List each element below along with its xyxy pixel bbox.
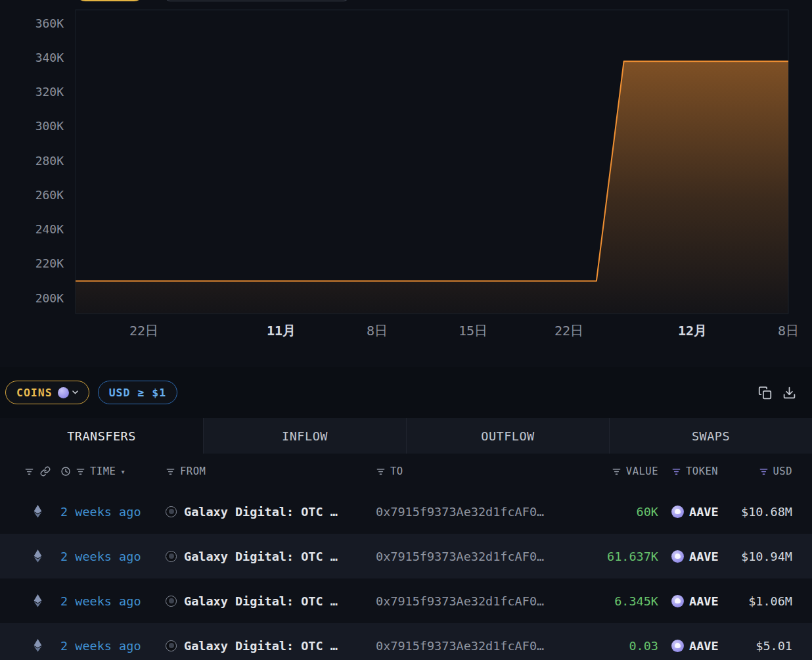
aave-token-icon	[671, 595, 684, 607]
table-row: 2 weeks ago Galaxy Digital: OTC … 0x7915…	[0, 578, 812, 623]
from-entity-label: Galaxy Digital: OTC …	[184, 594, 338, 608]
to-address[interactable]: 0x7915f9373Ae32d1fcAF0…	[376, 594, 593, 608]
tab-swaps[interactable]: SWAPS	[609, 418, 812, 454]
usd-cell: $5.01	[731, 639, 792, 653]
y-axis-label: 280K	[0, 154, 64, 168]
time-link[interactable]: 2 weeks ago	[60, 505, 141, 519]
entity-logo-icon	[166, 506, 177, 517]
transfers-table-section: TRANSFERS INFLOW OUTFLOW SWAPS TIME ▾ FR…	[0, 418, 812, 660]
ethereum-chain-icon	[34, 550, 42, 563]
usd-filter-chip[interactable]: USD ≥ $1	[98, 381, 177, 404]
x-axis-label: 8日	[778, 322, 799, 340]
download-button[interactable]	[782, 386, 796, 400]
chevron-down-icon	[72, 390, 78, 394]
to-address[interactable]: 0x7915f9373Ae32d1fcAF0…	[376, 550, 593, 563]
value-cell: 60K	[593, 505, 658, 519]
token-cell[interactable]: AAVE	[658, 505, 731, 519]
copy-button[interactable]	[758, 386, 772, 400]
filter-icon[interactable]	[76, 467, 85, 477]
token-cell[interactable]: AAVE	[658, 594, 731, 608]
tab-transfers[interactable]: TRANSFERS	[0, 418, 203, 454]
time-range-button-partial[interactable]	[75, 0, 145, 1]
entity-logo-icon	[166, 596, 177, 607]
x-axis-label: 8日	[367, 322, 388, 340]
token-cell[interactable]: AAVE	[658, 550, 731, 563]
coin-token-icon	[58, 387, 69, 398]
coins-filter-chip[interactable]: COINS	[5, 381, 89, 404]
col-header-token: TOKEN	[686, 465, 718, 477]
chart-toolbar-partial[interactable]	[165, 0, 349, 1]
token-label: AAVE	[689, 639, 719, 653]
from-entity-label: Galaxy Digital: OTC …	[184, 505, 338, 519]
table-header-row: TIME ▾ FROM TO VALUE TOKEN USD	[0, 454, 812, 489]
area-fill	[76, 61, 788, 314]
table-row: 2 weeks ago Galaxy Digital: OTC … 0x7915…	[0, 489, 812, 534]
col-header-from: FROM	[180, 465, 206, 477]
usd-filter-label: USD ≥ $1	[109, 387, 166, 399]
x-axis-label: 12月	[678, 322, 707, 340]
from-entity-label: Galaxy Digital: OTC …	[184, 639, 338, 653]
y-axis-label: 240K	[0, 222, 64, 237]
token-label: AAVE	[689, 505, 719, 519]
time-link[interactable]: 2 weeks ago	[60, 594, 141, 608]
x-axis: 22日 11月 8日 15日 22日 12月 8日	[0, 322, 812, 342]
y-axis-label: 220K	[0, 256, 64, 271]
from-entity[interactable]: Galaxy Digital: OTC …	[166, 550, 376, 563]
ethereum-chain-icon	[34, 639, 42, 652]
filter-icon[interactable]	[671, 467, 681, 477]
ethereum-chain-icon	[34, 505, 42, 518]
ethereum-chain-icon	[34, 594, 42, 607]
copy-icon	[758, 386, 772, 400]
y-axis-label: 200K	[0, 291, 64, 306]
from-entity[interactable]: Galaxy Digital: OTC …	[166, 639, 376, 653]
table-toolbar	[758, 386, 796, 400]
y-axis-label: 340K	[0, 51, 64, 65]
token-cell[interactable]: AAVE	[658, 639, 731, 653]
token-label: AAVE	[689, 550, 719, 563]
filter-icon[interactable]	[24, 467, 34, 477]
table-tabs: TRANSFERS INFLOW OUTFLOW SWAPS	[0, 418, 812, 454]
y-axis-label: 260K	[0, 188, 64, 202]
sort-caret-icon[interactable]: ▾	[120, 467, 125, 477]
coins-filter-label: COINS	[16, 387, 53, 399]
value-cell: 6.345K	[593, 594, 658, 608]
y-axis-label: 300K	[0, 119, 64, 133]
to-address[interactable]: 0x7915f9373Ae32d1fcAF0…	[376, 639, 593, 653]
usd-cell: $10.68M	[731, 505, 792, 519]
usd-cell: $10.94M	[731, 550, 792, 563]
aave-token-icon	[671, 506, 684, 518]
x-axis-label: 22日	[554, 322, 583, 340]
tab-inflow[interactable]: INFLOW	[203, 418, 406, 454]
aave-token-icon	[671, 640, 684, 652]
col-header-usd: USD	[773, 465, 793, 477]
col-header-time: TIME	[90, 465, 116, 477]
usd-cell: $1.06M	[731, 594, 792, 608]
table-row: 2 weeks ago Galaxy Digital: OTC … 0x7915…	[0, 534, 812, 578]
value-cell: 0.03	[593, 639, 658, 653]
time-link[interactable]: 2 weeks ago	[60, 639, 141, 653]
from-entity[interactable]: Galaxy Digital: OTC …	[166, 594, 376, 608]
filter-icon[interactable]	[166, 467, 175, 477]
aave-token-icon	[671, 550, 684, 563]
tab-outflow[interactable]: OUTFLOW	[406, 418, 609, 454]
download-icon	[782, 386, 796, 400]
x-axis-label: 15日	[459, 322, 487, 340]
filter-bar: COINS USD ≥ $1	[0, 367, 812, 418]
balance-chart-section: 360K 340K 320K 300K 280K 260K 240K 220K …	[0, 0, 812, 367]
time-link[interactable]: 2 weeks ago	[60, 550, 141, 563]
from-entity[interactable]: Galaxy Digital: OTC …	[166, 505, 376, 519]
entity-logo-icon	[166, 551, 177, 562]
filter-icon[interactable]	[759, 467, 769, 477]
col-header-to: TO	[390, 465, 403, 477]
entity-logo-icon	[166, 640, 177, 651]
x-axis-label: 22日	[129, 322, 158, 340]
from-entity-label: Galaxy Digital: OTC …	[184, 550, 338, 563]
to-address[interactable]: 0x7915f9373Ae32d1fcAF0…	[376, 505, 593, 519]
balance-area-chart	[0, 0, 812, 314]
clock-icon	[60, 466, 71, 477]
y-axis-label: 320K	[0, 85, 64, 99]
table-row: 2 weeks ago Galaxy Digital: OTC … 0x7915…	[0, 623, 812, 660]
y-axis: 360K 340K 320K 300K 280K 260K 240K 220K …	[0, 0, 64, 314]
filter-icon[interactable]	[612, 467, 621, 477]
filter-icon[interactable]	[376, 467, 386, 477]
